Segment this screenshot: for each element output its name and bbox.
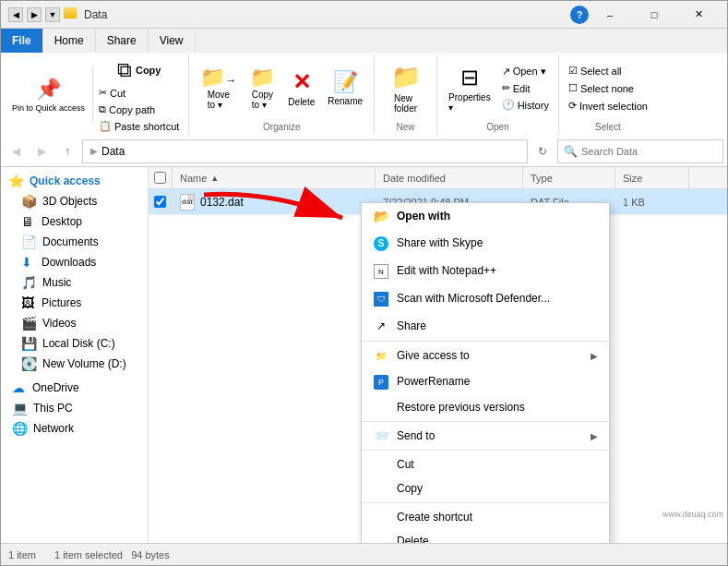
cut-button[interactable]: ✂ Cut bbox=[95, 85, 183, 101]
select-none-button[interactable]: ☐ Select none bbox=[565, 80, 651, 96]
sidebar-item-new-volume[interactable]: 💽 New Volume (D:) bbox=[1, 354, 148, 374]
pin-to-quick-access-button[interactable]: 📌 Pin to Quick access bbox=[6, 75, 90, 116]
tab-file[interactable]: File bbox=[1, 29, 43, 53]
file-name: 0132.dat bbox=[200, 196, 244, 209]
col-name[interactable]: Name ▲ bbox=[173, 167, 376, 188]
title-bar: ◀ ▶ ▼ Data ? – □ ✕ bbox=[1, 1, 727, 29]
ctx-share-skype[interactable]: S Share with Skype bbox=[362, 229, 609, 257]
ctx-separator-4 bbox=[362, 502, 609, 503]
sort-arrow-icon: ▲ bbox=[210, 174, 219, 183]
sidebar-item-music[interactable]: 🎵 Music bbox=[1, 272, 148, 293]
copy-to-button[interactable]: 📁 Copyto ▾ bbox=[244, 65, 280, 113]
sidebar-item-quick-access[interactable]: ⭐ Quick access bbox=[1, 171, 148, 191]
copy-label: Copy bbox=[136, 65, 161, 76]
sidebar-item-pictures[interactable]: 🖼 Pictures bbox=[1, 293, 148, 313]
col-date[interactable]: Date modified bbox=[376, 167, 523, 188]
open-label: Open bbox=[443, 120, 553, 132]
cut-icon: ✂ bbox=[99, 87, 107, 99]
sidebar-item-3d-objects[interactable]: 📦 3D Objects bbox=[1, 191, 148, 211]
new-folder-button[interactable]: 📁 Newfolder bbox=[380, 60, 431, 116]
path-text: Data bbox=[101, 145, 125, 158]
search-box[interactable]: 🔍 bbox=[557, 139, 723, 163]
delete-button[interactable]: ✕ Delete bbox=[282, 66, 320, 110]
history-button[interactable]: 🕐 History bbox=[498, 97, 553, 113]
ctx-cut[interactable]: Cut bbox=[362, 452, 609, 476]
open-button[interactable]: ↗ Open ▾ bbox=[498, 64, 553, 79]
cut-label: Cut bbox=[110, 88, 125, 99]
ctx-powrename[interactable]: P PowerRename bbox=[362, 367, 609, 395]
ctx-delete[interactable]: Delete bbox=[362, 529, 609, 543]
ctx-scan-defender[interactable]: 🛡 Scan with Microsoft Defender... bbox=[362, 284, 609, 312]
quick-access-icon-1[interactable]: ◀ bbox=[8, 7, 23, 22]
copy-button[interactable]: ⧉ Copy bbox=[95, 56, 183, 84]
sidebar-item-downloads[interactable]: ⬇ Downloads bbox=[1, 252, 148, 272]
sidebar-item-videos[interactable]: 🎬 Videos bbox=[1, 313, 148, 333]
move-to-icon: 📁→ bbox=[200, 67, 236, 88]
window: ◀ ▶ ▼ Data ? – □ ✕ File Home Share View … bbox=[0, 0, 728, 566]
tab-share[interactable]: Share bbox=[96, 29, 149, 53]
give-access-arrow: ▶ bbox=[591, 351, 598, 361]
sidebar-item-network[interactable]: 🌐 Network bbox=[1, 418, 148, 439]
back-button[interactable]: ◀ bbox=[5, 140, 27, 163]
open-icon: ↗ bbox=[502, 66, 510, 78]
onedrive-icon: ☁ bbox=[12, 380, 27, 395]
edit-label: Edit bbox=[513, 83, 531, 94]
up-button[interactable]: ↑ bbox=[56, 140, 78, 163]
copy-path-label: Copy path bbox=[109, 104, 155, 115]
minimize-button[interactable]: – bbox=[589, 1, 631, 29]
refresh-button[interactable]: ↻ bbox=[531, 140, 554, 163]
sidebar-label-videos: Videos bbox=[42, 317, 76, 330]
ctx-restore-versions[interactable]: Restore previous versions bbox=[362, 395, 609, 419]
folder-title-icon bbox=[64, 7, 77, 18]
paste-shortcut-button[interactable]: 📋 Paste shortcut bbox=[95, 118, 183, 134]
address-path[interactable]: ▶ Data bbox=[82, 139, 528, 163]
close-button[interactable]: ✕ bbox=[677, 1, 720, 29]
ctx-restore-label: Restore previous versions bbox=[397, 401, 525, 414]
organize-label: Organize bbox=[195, 120, 368, 132]
select-none-label: Select none bbox=[580, 83, 634, 94]
ctx-create-shortcut[interactable]: Create shortcut bbox=[362, 505, 609, 529]
sidebar-item-onedrive[interactable]: ☁ OneDrive bbox=[1, 378, 148, 398]
rename-button[interactable]: 📝 Rename bbox=[322, 67, 368, 109]
delete-icon: ✕ bbox=[292, 69, 311, 95]
invert-selection-button[interactable]: ⟳ Invert selection bbox=[565, 98, 651, 114]
ctx-send-to[interactable]: 📨 Send to ▶ bbox=[362, 424, 609, 448]
sidebar-label-pictures: Pictures bbox=[42, 296, 81, 309]
main-area: ⭐ Quick access 📦 3D Objects 🖥 Desktop 📄 … bbox=[1, 167, 727, 543]
new-volume-icon: 💽 bbox=[21, 356, 37, 371]
sidebar-item-this-pc[interactable]: 💻 This PC bbox=[1, 398, 148, 418]
tab-view[interactable]: View bbox=[149, 29, 196, 53]
properties-button[interactable]: ⊟ Properties▾ bbox=[443, 62, 496, 115]
edit-button[interactable]: ✏ Edit bbox=[498, 80, 553, 96]
sidebar-item-local-disk[interactable]: 💾 Local Disk (C:) bbox=[1, 333, 148, 354]
sidebar-item-documents[interactable]: 📄 Documents bbox=[1, 232, 148, 252]
status-size: 94 bytes bbox=[131, 549, 170, 560]
history-icon: 🕐 bbox=[502, 99, 515, 111]
col-size[interactable]: Size bbox=[615, 167, 689, 188]
copy-path-button[interactable]: ⧉ Copy path bbox=[95, 102, 183, 117]
select-all-button[interactable]: ☑ Select all bbox=[565, 63, 651, 78]
quick-access-icon-3[interactable]: ▼ bbox=[45, 7, 60, 22]
select-all-checkbox[interactable] bbox=[154, 172, 166, 184]
file-size: 1 KB bbox=[615, 189, 689, 214]
col-type[interactable]: Type bbox=[523, 167, 615, 188]
rename-icon: 📝 bbox=[333, 70, 358, 94]
ctx-open-with[interactable]: 📂 Open with bbox=[362, 203, 609, 229]
ctx-share[interactable]: ↗ Share bbox=[362, 312, 609, 339]
forward-button[interactable]: ▶ bbox=[30, 140, 53, 163]
search-input[interactable] bbox=[581, 146, 717, 157]
sidebar-item-desktop[interactable]: 🖥 Desktop bbox=[1, 211, 148, 232]
ctx-edit-notepad[interactable]: N Edit with Notepad++ bbox=[362, 257, 609, 285]
ctx-notepad-label: Edit with Notepad++ bbox=[397, 264, 496, 277]
search-icon: 🔍 bbox=[564, 145, 578, 158]
quick-access-icon-2[interactable]: ▶ bbox=[27, 7, 42, 22]
help-button[interactable]: ? bbox=[570, 6, 589, 24]
status-selected: 1 item selected 94 bytes bbox=[54, 549, 170, 560]
move-to-button[interactable]: 📁→ Moveto ▾ bbox=[195, 65, 242, 113]
row-checkbox[interactable] bbox=[154, 196, 166, 208]
tab-home[interactable]: Home bbox=[43, 29, 96, 53]
maximize-button[interactable]: □ bbox=[633, 1, 675, 29]
ctx-give-access[interactable]: 📁 Give access to ▶ bbox=[362, 343, 609, 367]
ctx-copy[interactable]: Copy bbox=[362, 476, 609, 500]
ribbon-group-open: ⊟ Properties▾ ↗ Open ▾ ✏ Edit 🕐 History bbox=[437, 54, 559, 134]
